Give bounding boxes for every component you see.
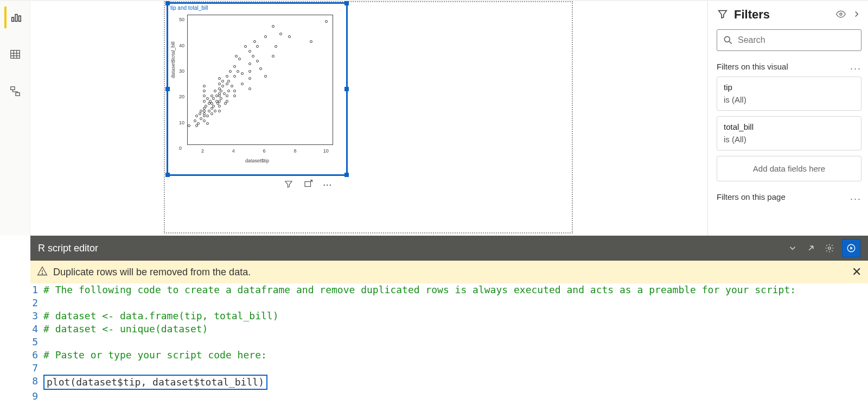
search-input[interactable] <box>738 35 856 45</box>
resize-handle[interactable] <box>344 1 349 5</box>
y-tick: 40 <box>179 43 184 48</box>
data-point <box>241 83 244 85</box>
data-point <box>203 85 206 87</box>
warning-bar: Duplicate rows will be removed from the … <box>30 261 868 283</box>
resize-handle[interactable] <box>344 87 349 91</box>
data-point <box>188 124 190 127</box>
data-point <box>218 77 221 80</box>
search-icon <box>723 35 733 46</box>
line-number: 1 <box>30 283 43 296</box>
data-point <box>272 25 275 28</box>
code-line[interactable]: 3# dataset <- data.frame(tip, total_bill… <box>30 309 868 323</box>
filter-field-name: tip <box>724 81 854 94</box>
close-icon[interactable]: ✕ <box>852 265 861 279</box>
data-view[interactable] <box>4 43 26 65</box>
data-point <box>199 112 201 115</box>
filter-card-tip[interactable]: tip is (All) <box>717 77 861 111</box>
data-point <box>226 100 228 103</box>
svg-rect-3 <box>10 50 20 59</box>
svg-point-14 <box>828 247 831 250</box>
code-editor[interactable]: 1# The following code to create a datafr… <box>30 283 868 410</box>
view-rail <box>0 1 30 236</box>
resize-handle[interactable] <box>165 1 170 5</box>
more-icon[interactable]: ... <box>850 191 861 203</box>
y-tick: 30 <box>179 68 184 74</box>
code-line[interactable]: 1# The following code to create a datafr… <box>30 283 868 296</box>
popout-icon[interactable] <box>802 239 820 257</box>
r-visual-selected[interactable]: tip and total_bill dataset$total_bill 24… <box>167 2 348 176</box>
scatter-plot <box>188 15 333 144</box>
data-point <box>194 119 196 122</box>
x-tick: 6 <box>263 148 266 154</box>
data-point <box>203 115 206 117</box>
editor-title: R script editor <box>38 243 783 254</box>
focus-mode-icon[interactable] <box>303 179 313 189</box>
data-point <box>325 20 328 23</box>
data-point <box>218 105 221 108</box>
filters-search[interactable] <box>717 29 861 51</box>
add-fields-drop[interactable]: Add data fields here <box>717 156 861 181</box>
data-point <box>233 90 236 92</box>
report-canvas[interactable]: tip and total_bill dataset$total_bill 24… <box>30 1 707 236</box>
line-number: 9 <box>30 390 43 403</box>
x-tick: 4 <box>232 148 235 154</box>
code-line[interactable]: 7 <box>30 362 868 375</box>
data-point <box>200 117 202 120</box>
code-line[interactable]: 2 <box>30 296 868 309</box>
x-axis-label: dataset$tip <box>168 158 346 163</box>
svg-rect-0 <box>11 17 14 21</box>
eye-icon[interactable] <box>835 9 846 21</box>
data-point <box>264 35 267 38</box>
filter-card-total-bill[interactable]: total_bill is (All) <box>717 116 861 150</box>
filter-field-state: is (All) <box>724 134 854 146</box>
data-point <box>238 58 241 60</box>
filter-field-name: total_bill <box>724 121 854 134</box>
data-point <box>212 97 215 100</box>
code-line[interactable]: 6# Paste or type your script code here: <box>30 349 868 362</box>
filters-title: Filters <box>734 8 830 22</box>
line-number: 3 <box>30 309 43 323</box>
data-point <box>227 90 230 92</box>
x-tick: 8 <box>293 148 296 154</box>
data-point <box>206 97 209 100</box>
data-point <box>275 45 277 48</box>
svg-rect-8 <box>10 87 14 90</box>
more-icon[interactable]: ... <box>850 61 861 72</box>
resize-handle[interactable] <box>165 173 170 177</box>
visual-title: tip and total_bill <box>168 4 346 11</box>
x-tick: 10 <box>323 148 329 154</box>
more-icon[interactable]: ··· <box>323 181 332 187</box>
data-point <box>272 55 275 58</box>
svg-rect-10 <box>305 182 311 187</box>
filter-icon[interactable] <box>284 179 293 189</box>
resize-handle[interactable] <box>344 173 349 177</box>
data-point <box>248 77 251 80</box>
code-line[interactable]: 5 <box>30 336 868 349</box>
run-script-button[interactable] <box>842 239 860 257</box>
gear-icon[interactable] <box>820 239 839 257</box>
data-point <box>233 75 236 78</box>
model-view[interactable] <box>4 80 26 102</box>
data-point <box>226 94 228 97</box>
code-line[interactable]: 9 <box>30 390 868 403</box>
data-point <box>215 94 218 97</box>
warning-icon <box>37 266 48 279</box>
code-line[interactable]: 4# dataset <- unique(dataset) <box>30 323 868 336</box>
report-view[interactable] <box>4 7 26 28</box>
data-point <box>210 107 213 110</box>
code-line[interactable]: 8plot(dataset$tip, dataset$total_bill) <box>30 375 868 390</box>
data-point <box>200 110 202 112</box>
line-number: 7 <box>30 362 43 375</box>
svg-point-11 <box>840 12 842 15</box>
expand-pane-icon[interactable] <box>852 9 861 21</box>
collapse-icon[interactable] <box>783 239 802 257</box>
line-number: 4 <box>30 323 43 336</box>
svg-rect-9 <box>15 93 19 96</box>
data-point <box>221 80 224 83</box>
data-point <box>220 90 222 92</box>
y-tick: 20 <box>179 94 184 99</box>
y-tick: 10 <box>179 120 184 125</box>
line-number: 5 <box>30 336 43 349</box>
resize-handle[interactable] <box>165 87 170 91</box>
data-point <box>233 65 236 68</box>
